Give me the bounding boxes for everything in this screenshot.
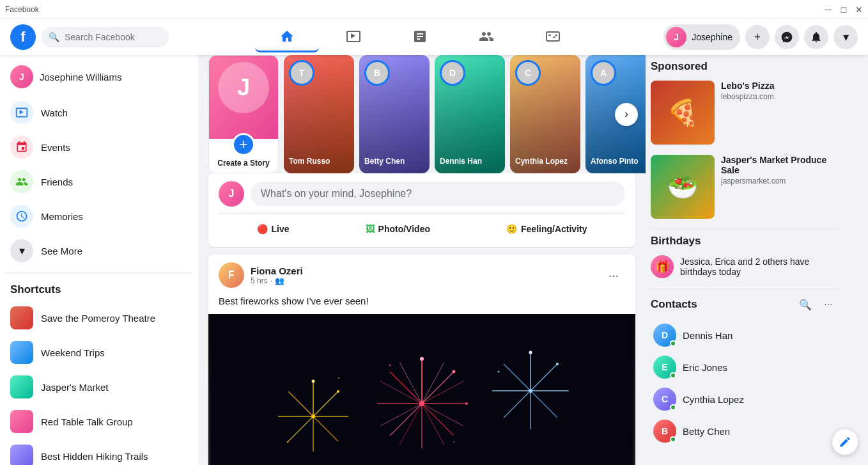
story-bg-dennis: D Dennis Han xyxy=(435,55,505,173)
contact-eric[interactable]: E Eric Jones xyxy=(651,352,839,382)
post-time: 5 hrs xyxy=(251,276,268,285)
shortcut-pomeroy-icon xyxy=(10,306,33,329)
create-story-plus: + xyxy=(232,133,255,156)
app-title: Facebook xyxy=(5,5,39,14)
birthdays-section: Birthdays 🎁 Jessica, Erica and 2 others … xyxy=(651,235,839,278)
nav-home-button[interactable] xyxy=(255,22,319,52)
nav-gaming-button[interactable] xyxy=(521,22,585,52)
story-next-button[interactable]: › xyxy=(615,103,638,126)
svg-point-45 xyxy=(529,351,532,354)
post-header: F Fiona Ozeri 5 hrs · 👥 ··· xyxy=(208,255,635,288)
birthday-item[interactable]: 🎁 Jessica, Erica and 2 others have birth… xyxy=(651,255,839,278)
ad-jasper-domain: jaspersmarket.com xyxy=(721,177,839,185)
user-chip[interactable]: J Josephine xyxy=(663,24,740,50)
nav-marketplace-button[interactable] xyxy=(388,22,452,52)
shortcut-redtable[interactable]: Red Table Talk Group xyxy=(5,405,193,438)
memories-icon xyxy=(10,205,33,228)
nav-groups-button[interactable] xyxy=(454,22,518,52)
story-avatar-betty: B xyxy=(364,60,390,86)
story-name-tom: Tom Russo xyxy=(289,157,349,166)
ad-jasper[interactable]: 🥗 Jasper's Market Produce Sale jaspersma… xyxy=(651,155,839,219)
feeling-icon: 🙂 xyxy=(506,224,517,234)
svg-rect-0 xyxy=(546,32,559,41)
nav-left: f 🔍 xyxy=(10,24,176,50)
right-divider-2 xyxy=(651,288,839,289)
nav-watch-button[interactable] xyxy=(322,22,385,52)
story-avatar-afonso: A xyxy=(591,60,616,86)
ad-jasper-info: Jasper's Market Produce Sale jaspersmark… xyxy=(721,155,839,219)
composer-input[interactable]: What's on your mind, Josephine? xyxy=(251,182,625,206)
story-card-tom[interactable]: T Tom Russo xyxy=(284,55,354,173)
feed: J + Create a Story T Tom Russo xyxy=(198,55,646,465)
sidebar-item-watch[interactable]: Watch xyxy=(5,96,193,129)
shortcut-weekend[interactable]: Weekend Trips xyxy=(5,336,193,369)
add-button[interactable]: + xyxy=(745,25,770,49)
shortcut-hiking[interactable]: Best Hidden Hiking Trails xyxy=(5,439,193,465)
watch-label: Watch xyxy=(41,107,68,118)
sidebar-item-memories[interactable]: Memories xyxy=(5,200,193,233)
nav-center xyxy=(176,22,663,52)
minimize-button[interactable]: ─ xyxy=(825,6,832,13)
sidebar-user-avatar: J xyxy=(10,65,33,88)
search-input[interactable] xyxy=(65,32,154,42)
svg-point-3 xyxy=(554,36,555,38)
story-card-cynthia[interactable]: C Cynthia Lopez xyxy=(510,55,580,173)
story-name-afonso: Afonso Pinto xyxy=(591,157,646,166)
contacts-actions: 🔍 ··· xyxy=(795,294,839,315)
online-indicator-cynthia xyxy=(670,404,676,411)
contact-name-dennis: Dennis Han xyxy=(683,330,732,341)
birthdays-title: Birthdays xyxy=(651,235,839,248)
story-avatar-tom: T xyxy=(289,60,314,86)
contact-cynthia[interactable]: C Cynthia Lopez xyxy=(651,384,839,414)
contacts-title: Contacts xyxy=(651,298,697,311)
sidebar-user[interactable]: J Josephine Williams xyxy=(5,60,193,93)
svg-rect-1 xyxy=(548,35,551,36)
search-box[interactable]: 🔍 xyxy=(41,27,169,47)
online-indicator-dennis xyxy=(670,340,676,347)
composer-top: J What's on your mind, Josephine? xyxy=(219,181,625,207)
notifications-button[interactable] xyxy=(804,25,828,49)
contact-dennis[interactable]: D Dennis Han xyxy=(651,320,839,351)
ad-lebos-domain: lebospizza.com xyxy=(721,92,774,101)
composer-photo-button[interactable]: 🖼 Photo/Video xyxy=(355,219,440,239)
watch-icon xyxy=(10,101,33,124)
post-composer: J What's on your mind, Josephine? 🔴 Live… xyxy=(208,173,635,247)
contacts-search-button[interactable]: 🔍 xyxy=(795,294,816,315)
post-author-name[interactable]: Fiona Ozeri xyxy=(251,265,303,276)
story-card-betty[interactable]: B Betty Chen xyxy=(359,55,430,173)
maximize-button[interactable]: □ xyxy=(840,6,848,13)
shortcuts-title: Shortcuts xyxy=(5,278,193,301)
contacts-section: Contacts 🔍 ··· D Dennis Han E Eric Jones xyxy=(651,294,839,446)
ad-lebos[interactable]: 🍕 Lebo's Pizza lebospizza.com xyxy=(651,81,839,145)
story-avatar-dennis: D xyxy=(440,60,465,86)
sponsored-section: Sponsored 🍕 Lebo's Pizza lebospizza.com … xyxy=(651,60,839,219)
menu-dropdown-button[interactable]: ▾ xyxy=(833,25,858,49)
composer-live-button[interactable]: 🔴 Live xyxy=(247,219,300,239)
svg-point-34 xyxy=(312,380,315,383)
shortcut-jasper[interactable]: Jasper's Market xyxy=(5,370,193,404)
facebook-logo[interactable]: f xyxy=(10,24,36,50)
composer-feeling-button[interactable]: 🙂 Feeling/Activity xyxy=(496,219,597,239)
svg-point-22 xyxy=(420,357,424,361)
main-layout: J Josephine Williams Watch Events Friend… xyxy=(0,0,868,465)
contacts-more-button[interactable]: ··· xyxy=(818,294,839,315)
messenger-button[interactable] xyxy=(775,25,799,49)
contacts-header: Contacts 🔍 ··· xyxy=(651,294,839,315)
svg-point-47 xyxy=(389,365,391,366)
close-button[interactable]: ✕ xyxy=(855,6,863,13)
contact-betty[interactable]: B Betty Chen xyxy=(651,416,839,446)
post-privacy-icon: 👥 xyxy=(275,276,284,285)
post-more-button[interactable]: ··· xyxy=(602,264,625,287)
create-story-card[interactable]: J + Create a Story xyxy=(208,55,279,173)
floating-compose-button[interactable] xyxy=(832,429,858,455)
story-card-dennis[interactable]: D Dennis Han xyxy=(435,55,505,173)
sidebar-item-events[interactable]: Events xyxy=(5,130,193,164)
sidebar-item-friends[interactable]: Friends xyxy=(5,165,193,198)
friends-label: Friends xyxy=(41,177,73,187)
contact-avatar-eric: E xyxy=(653,356,676,379)
sidebar-item-see-more[interactable]: ▾ See More xyxy=(5,234,193,267)
svg-point-23 xyxy=(453,370,456,374)
story-bg-cynthia: C Cynthia Lopez xyxy=(510,55,580,173)
shortcut-pomeroy[interactable]: Save the Pomeroy Theatre xyxy=(5,301,193,335)
create-story-bottom: + Create a Story xyxy=(212,139,274,173)
